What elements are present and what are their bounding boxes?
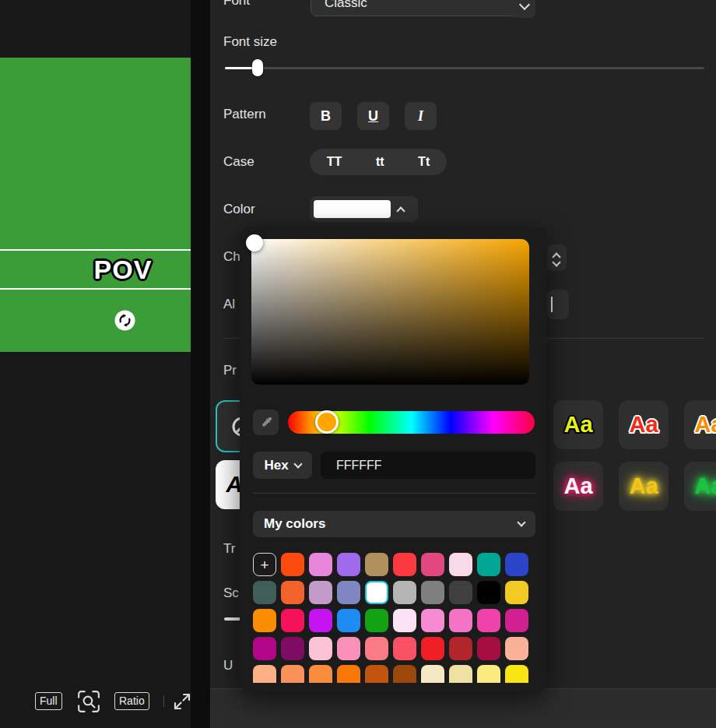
color-swatch[interactable] xyxy=(253,609,276,632)
bold-button[interactable]: B xyxy=(310,102,342,130)
color-swatch[interactable] xyxy=(253,665,276,683)
case-upper-button[interactable]: TT xyxy=(327,155,342,169)
chevron-down-icon xyxy=(518,0,529,10)
saturation-handle[interactable] xyxy=(246,234,263,251)
panel-divider xyxy=(191,0,210,728)
color-swatch[interactable] xyxy=(421,637,444,660)
color-swatch[interactable] xyxy=(309,609,332,632)
color-swatch[interactable] xyxy=(309,665,332,683)
color-swatch[interactable] xyxy=(337,637,360,660)
video-preview-canvas[interactable] xyxy=(0,58,191,352)
my-colors-grid: + xyxy=(253,553,535,683)
font-size-slider-track[interactable] xyxy=(225,67,704,69)
color-swatch[interactable] xyxy=(393,553,416,576)
text-preset-r1-c[interactable]: Aa xyxy=(684,400,716,449)
color-swatch[interactable] xyxy=(477,637,500,660)
text-preset-r2-b[interactable]: Aa xyxy=(619,462,669,511)
color-swatch[interactable] xyxy=(337,609,360,632)
color-swatch[interactable] xyxy=(253,581,276,604)
color-swatch[interactable] xyxy=(281,553,304,576)
panel-footer-strip xyxy=(210,688,716,728)
font-size-slider-handle[interactable] xyxy=(252,59,263,76)
caption-line-bottom xyxy=(0,288,191,290)
u-label-partial: U xyxy=(223,658,233,673)
color-swatch[interactable] xyxy=(477,609,500,632)
eyedropper-button[interactable] xyxy=(253,410,279,435)
color-swatch[interactable] xyxy=(505,665,528,683)
font-family-dropdown[interactable]: Classic xyxy=(311,0,525,16)
color-swatch[interactable] xyxy=(337,553,360,576)
color-swatch[interactable] xyxy=(281,581,304,604)
color-swatch[interactable] xyxy=(309,637,332,660)
text-preset-r2-a[interactable]: Aa xyxy=(553,462,603,511)
color-swatch[interactable] xyxy=(449,581,472,604)
color-picker-toggle[interactable] xyxy=(310,196,418,222)
alignment-button-partial[interactable] xyxy=(547,290,569,319)
text-preset-r2-c[interactable]: Aa xyxy=(684,462,716,511)
underline-button[interactable]: U xyxy=(357,102,389,130)
zoom-fit-icon[interactable] xyxy=(77,690,100,716)
color-swatch[interactable] xyxy=(421,609,444,632)
color-swatch[interactable] xyxy=(337,581,360,604)
hex-mode-dropdown[interactable]: Hex xyxy=(253,452,312,479)
color-swatch[interactable] xyxy=(365,609,388,632)
color-swatch[interactable] xyxy=(281,609,304,632)
my-colors-label: My colors xyxy=(264,516,325,532)
color-swatch[interactable] xyxy=(477,553,500,576)
color-swatch[interactable] xyxy=(365,553,388,576)
color-swatch[interactable] xyxy=(309,553,332,576)
color-swatch[interactable] xyxy=(337,665,360,683)
color-swatch[interactable] xyxy=(449,609,472,632)
color-swatch[interactable] xyxy=(253,637,276,660)
full-button[interactable]: Full xyxy=(35,692,62,710)
spacing-stepper[interactable] xyxy=(546,244,567,271)
color-swatch[interactable] xyxy=(393,581,416,604)
color-swatch[interactable] xyxy=(477,581,500,604)
color-swatch[interactable] xyxy=(393,637,416,660)
preset-sample-text: Aa xyxy=(694,473,716,499)
font-dropdown-chevron-button[interactable] xyxy=(513,0,535,18)
text-preset-r1-a[interactable]: Aa xyxy=(553,400,603,449)
chevron-down-icon xyxy=(517,518,525,526)
text-preset-r1-b[interactable]: Aa xyxy=(619,400,669,449)
color-swatch[interactable] xyxy=(505,637,528,660)
color-swatch[interactable] xyxy=(365,637,388,660)
color-swatch[interactable] xyxy=(365,665,388,683)
color-swatch[interactable] xyxy=(449,637,472,660)
underline-glyph: U xyxy=(368,108,378,125)
case-lower-button[interactable]: tt xyxy=(376,155,384,169)
expand-icon[interactable] xyxy=(173,692,191,714)
color-swatch[interactable] xyxy=(477,665,500,683)
popup-divider xyxy=(253,493,535,494)
color-swatch[interactable] xyxy=(393,665,416,683)
color-swatch[interactable] xyxy=(365,581,388,604)
color-swatch[interactable] xyxy=(421,581,444,604)
color-swatch[interactable] xyxy=(393,609,416,632)
hex-value-input[interactable] xyxy=(321,452,535,479)
preset-sample-text: Aa xyxy=(694,412,716,438)
character-spacing-label-partial: Ch xyxy=(223,249,240,265)
case-title-button[interactable]: Tt xyxy=(418,155,430,169)
scale-slider-partial[interactable] xyxy=(224,617,241,621)
hex-mode-label: Hex xyxy=(264,458,288,473)
add-color-button[interactable]: + xyxy=(253,553,276,576)
footer-divider xyxy=(163,695,164,707)
color-swatch[interactable] xyxy=(505,609,528,632)
preset-sample-text: Aa xyxy=(629,412,658,438)
italic-button[interactable]: I xyxy=(405,102,437,130)
color-swatch[interactable] xyxy=(449,553,472,576)
color-swatch[interactable] xyxy=(281,637,304,660)
color-swatch[interactable] xyxy=(309,581,332,604)
hue-slider-handle[interactable] xyxy=(315,410,339,434)
eyedropper-icon xyxy=(259,416,273,430)
ratio-button[interactable]: Ratio xyxy=(114,692,149,710)
saturation-gradient-area[interactable] xyxy=(251,239,529,385)
color-swatch[interactable] xyxy=(281,665,304,683)
color-swatch[interactable] xyxy=(421,665,444,683)
color-swatch[interactable] xyxy=(421,553,444,576)
refresh-icon[interactable] xyxy=(114,310,135,331)
color-swatch[interactable] xyxy=(505,581,528,604)
color-swatch[interactable] xyxy=(449,665,472,683)
my-colors-header[interactable]: My colors xyxy=(253,511,535,537)
color-swatch[interactable] xyxy=(505,553,528,576)
